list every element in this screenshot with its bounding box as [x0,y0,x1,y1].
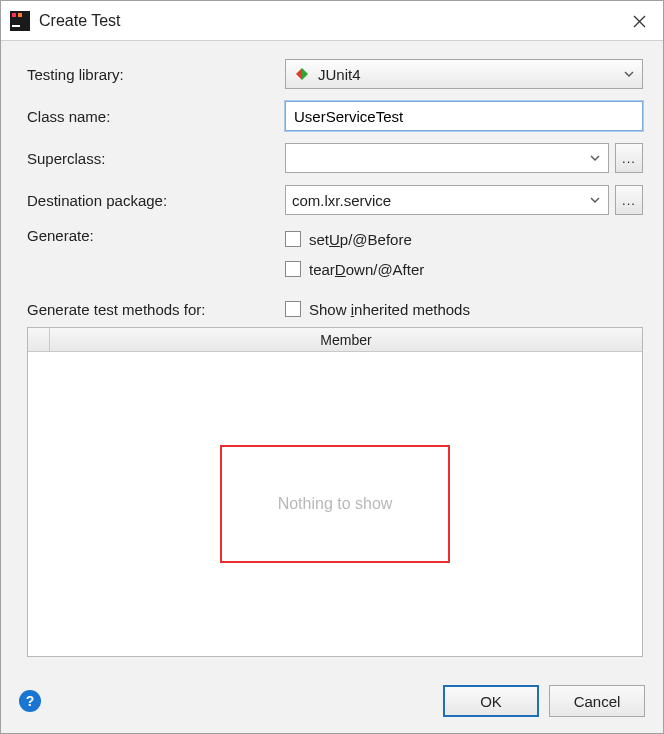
testing-library-label: Testing library: [27,66,285,83]
superclass-browse-button[interactable]: ... [615,143,643,173]
dialog-footer: ? OK Cancel [1,669,663,733]
chevron-down-icon [624,71,634,77]
generate-methods-label: Generate test methods for: [27,301,285,318]
setup-checkbox-row[interactable]: setUp/@Before [285,227,412,251]
intellij-icon [9,10,31,32]
destination-package-combo[interactable]: com.lxr.service [285,185,609,215]
destination-package-label: Destination package: [27,192,285,209]
superclass-combo[interactable] [285,143,609,173]
members-table: Member Nothing to show [27,327,643,657]
help-button[interactable]: ? [19,690,41,712]
cancel-button[interactable]: Cancel [549,685,645,717]
svg-rect-1 [12,13,16,17]
show-inherited-row[interactable]: Show inherited methods [285,297,470,321]
teardown-label: tearDown/@After [309,261,424,278]
destination-package-value: com.lxr.service [292,192,391,209]
svg-rect-2 [18,13,22,17]
show-inherited-checkbox[interactable] [285,301,301,317]
members-table-header: Member [28,328,642,352]
chevron-down-icon [590,197,600,203]
chevron-down-icon [590,155,600,161]
superclass-label: Superclass: [27,150,285,167]
teardown-checkbox[interactable] [285,261,301,277]
empty-state: Nothing to show [220,445,451,563]
teardown-checkbox-row[interactable]: tearDown/@After [285,257,424,281]
show-inherited-label: Show inherited methods [309,301,470,318]
generate-label: Generate: [27,227,285,244]
members-checkbox-column[interactable] [28,328,50,351]
titlebar: Create Test [1,1,663,41]
class-name-input[interactable] [285,101,643,131]
testing-library-value: JUnit4 [318,66,361,83]
svg-marker-7 [302,68,308,80]
svg-marker-6 [296,68,302,80]
dialog-body: Testing library: JUnit4 Clas [1,41,663,669]
testing-library-combo[interactable]: JUnit4 [285,59,643,89]
setup-label: setUp/@Before [309,231,412,248]
close-button[interactable] [615,1,663,41]
members-member-column[interactable]: Member [50,328,642,351]
ok-button[interactable]: OK [443,685,539,717]
members-table-body: Nothing to show [28,352,642,656]
junit-icon [294,66,310,82]
close-icon [633,15,646,28]
create-test-dialog: Create Test Testing library: JUnit4 [0,0,664,734]
class-name-label: Class name: [27,108,285,125]
destination-package-browse-button[interactable]: ... [615,185,643,215]
svg-rect-3 [12,25,20,27]
window-title: Create Test [39,12,121,30]
setup-checkbox[interactable] [285,231,301,247]
